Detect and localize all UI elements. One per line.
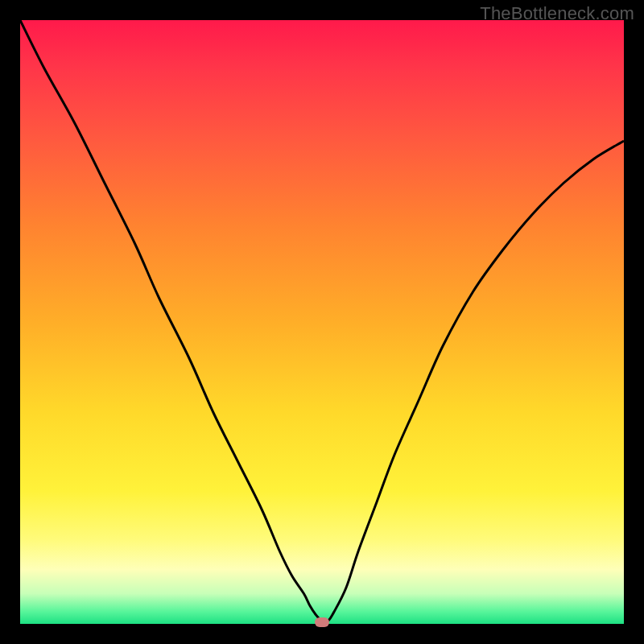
watermark-label: TheBottleneck.com bbox=[480, 3, 634, 24]
bottleneck-curve bbox=[20, 20, 624, 621]
curve-path bbox=[20, 20, 624, 624]
chart-container: TheBottleneck.com bbox=[0, 0, 644, 644]
minimum-marker bbox=[315, 617, 329, 627]
plot-area bbox=[20, 20, 624, 624]
